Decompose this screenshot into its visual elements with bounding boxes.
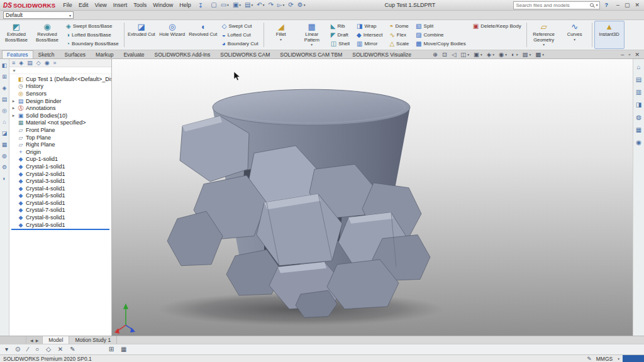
tab-solidworks-cam-tbm[interactable]: SOLIDWORKS CAM TBM: [275, 50, 347, 58]
tab-solidworks-add-ins[interactable]: SOLIDWORKS Add-Ins: [150, 50, 216, 58]
filter-funnel-icon[interactable]: ▼: [12, 69, 16, 73]
menu-window[interactable]: Window: [150, 2, 176, 8]
line-tool-icon[interactable]: ∕: [27, 346, 28, 353]
extruded-cut-button[interactable]: ◪Extruded Cut: [126, 21, 157, 49]
zoom-area-button[interactable]: ⊡: [442, 52, 447, 58]
revolved-boss-base-button[interactable]: ◉Revolved Boss/Base: [32, 21, 62, 49]
reference-geometry-button[interactable]: ▱Reference Geometry▾: [529, 21, 559, 49]
scale-button[interactable]: △Scale: [388, 40, 410, 48]
tree-item-cup-1-solid1[interactable]: ◆Cup-1-solid1: [9, 156, 111, 163]
dock-icon-6[interactable]: ⌂: [3, 119, 6, 125]
select-button[interactable]: ▻▾: [276, 1, 286, 9]
tab-scroll-right-icon[interactable]: ▶: [36, 338, 39, 343]
model-tab-model[interactable]: Model: [43, 336, 69, 344]
rollback-bar[interactable]: [11, 229, 109, 230]
help-button[interactable]: ?: [602, 2, 611, 8]
tree-item-crystal-2-solid1[interactable]: ◆Crystal-2-solid1: [9, 170, 111, 178]
menu-help[interactable]: Help: [176, 2, 194, 8]
pin-icon[interactable]: ↧: [198, 2, 203, 9]
expand-panel-tabs-icon[interactable]: »: [53, 60, 56, 66]
options-button[interactable]: ⚙▾: [296, 1, 307, 9]
mirror-button[interactable]: ▥Mirror: [355, 40, 384, 48]
point-tool-icon[interactable]: ⊙: [15, 346, 20, 353]
appearances-scenes-icon[interactable]: ◍: [636, 114, 641, 121]
tree-item-crystal-5-solid1[interactable]: ◆Crystal-5-solid1: [9, 192, 111, 200]
units-dropdown-icon[interactable]: ▾: [618, 357, 619, 361]
tab-scroll-left-icon[interactable]: ◀: [30, 338, 33, 343]
new-document-button[interactable]: ▢: [209, 1, 218, 9]
apply-scene-button[interactable]: ▤▾: [523, 52, 531, 58]
view-settings-button[interactable]: ▦▾: [535, 52, 544, 58]
model-tab-motion-study-1[interactable]: Motion Study 1: [69, 336, 117, 344]
tree-item-crystal-3-solid1[interactable]: ◆Crystal-3-solid1: [9, 177, 111, 185]
swept-boss-base-button[interactable]: ◈Swept Boss/Base: [65, 22, 120, 30]
menu-insert[interactable]: Insert: [110, 2, 131, 8]
draft-button[interactable]: ◤Draft: [330, 31, 351, 39]
trim-tool-icon[interactable]: ✕: [58, 346, 63, 353]
undo-button[interactable]: ↶▾: [255, 1, 265, 9]
dock-icon-8[interactable]: ▦: [2, 142, 8, 148]
rectangle-tool-icon[interactable]: ◇: [46, 346, 51, 353]
tree-root[interactable]: ◧Cup Test 1 (Default<<Default>_Displ...: [9, 75, 111, 83]
custom-properties-icon[interactable]: ▦: [636, 127, 641, 133]
intersect-button[interactable]: ◆Intersect: [355, 31, 384, 39]
configuration-manager-tab-icon[interactable]: ▤: [27, 60, 33, 66]
search-dropdown-icon[interactable]: ▾: [596, 3, 598, 7]
circle-tool-icon[interactable]: ○: [35, 346, 39, 353]
expand-arrow-icon[interactable]: ▸: [11, 113, 16, 118]
tab-sketch[interactable]: Sketch: [33, 50, 60, 58]
tree-item-crystal-1-solid1[interactable]: ◆Crystal-1-solid1: [9, 163, 111, 170]
tree-item-crystal-6-solid1[interactable]: ◆Crystal-6-solid1: [9, 199, 111, 207]
sketch-flyout-icon[interactable]: ▾: [5, 346, 8, 353]
resources-icon[interactable]: ⌂: [636, 64, 640, 70]
menu-file[interactable]: File: [60, 2, 75, 8]
hide-show-items-button[interactable]: ◉▾: [499, 52, 507, 58]
cup-rim[interactable]: [213, 89, 410, 125]
tree-item-crystal-7-solid1[interactable]: ◆Crystal-7-solid1: [9, 207, 111, 214]
tree-item-solid-bodies-10[interactable]: ▸▣Solid Bodies(10): [9, 112, 111, 119]
dock-icon-7[interactable]: ◪: [2, 131, 8, 136]
section-view-button[interactable]: ◫▾: [460, 52, 469, 58]
dock-icon-3[interactable]: ◈: [3, 85, 7, 91]
doc-minimize-button[interactable]: –: [621, 52, 624, 58]
view-palette-icon[interactable]: ◨: [636, 102, 641, 108]
dock-icon-2[interactable]: ⊞: [2, 74, 7, 80]
curves-button[interactable]: ∿Curves▾: [560, 21, 590, 49]
expand-arrow-icon[interactable]: ▸: [11, 106, 16, 111]
rib-button[interactable]: ◣Rib: [330, 22, 351, 30]
file-explorer-icon[interactable]: ▥: [636, 89, 641, 96]
configuration-select[interactable]: Default ▾: [3, 11, 74, 19]
tree-item-origin[interactable]: +Origin: [9, 148, 111, 156]
revolved-cut-button[interactable]: ◖Revolved Cut: [188, 21, 218, 49]
units-indicator[interactable]: MMGS: [595, 356, 614, 362]
sheet-icon[interactable]: ▦: [121, 346, 126, 353]
boundary-cut-button[interactable]: ◕Boundary Cut: [221, 40, 260, 48]
property-manager-tab-icon[interactable]: ◈: [19, 60, 23, 66]
move-copy-bodies-button[interactable]: ▩Move/Copy Bodies: [414, 40, 467, 48]
zoom-fit-button[interactable]: ⊕: [433, 52, 438, 58]
edit-appearance-button[interactable]: ◐▾: [511, 52, 518, 58]
maximize-button[interactable]: ▢: [625, 3, 630, 8]
boundary-boss-base-button[interactable]: ◔Boundary Boss/Base: [65, 40, 120, 48]
tree-item-right-plane[interactable]: ▱Right Plane: [9, 141, 111, 148]
linear-pattern-button[interactable]: ▦Linear Pattern▾: [297, 21, 327, 49]
forum-icon[interactable]: ◉: [636, 140, 641, 146]
doc-close-button[interactable]: ✕: [635, 52, 640, 58]
tab-features[interactable]: Features: [2, 50, 33, 58]
tab-markup[interactable]: Markup: [91, 50, 118, 58]
close-button[interactable]: ✕: [635, 3, 640, 8]
display-manager-tab-icon[interactable]: ◉: [45, 60, 50, 66]
lofted-boss-base-button[interactable]: ◑Lofted Boss/Base: [65, 31, 120, 39]
menu-edit[interactable]: Edit: [75, 2, 92, 8]
tab-surfaces[interactable]: Surfaces: [60, 50, 91, 58]
tree-item-front-plane[interactable]: ▱Front Plane: [9, 126, 111, 134]
dimension-tool-icon[interactable]: ✎: [70, 346, 75, 353]
tab-evaluate[interactable]: Evaluate: [118, 50, 149, 58]
tree-item-sensors[interactable]: ◎Sensors: [9, 90, 111, 97]
dock-icon-4[interactable]: ▤: [2, 97, 8, 102]
expand-arrow-icon[interactable]: ▸: [11, 99, 16, 104]
doc-restore-button[interactable]: ▫: [628, 52, 630, 58]
dome-button[interactable]: ◓Dome: [388, 22, 410, 30]
dock-icon-5[interactable]: ◎: [2, 108, 7, 114]
shell-button[interactable]: ◫Shell: [330, 40, 351, 48]
